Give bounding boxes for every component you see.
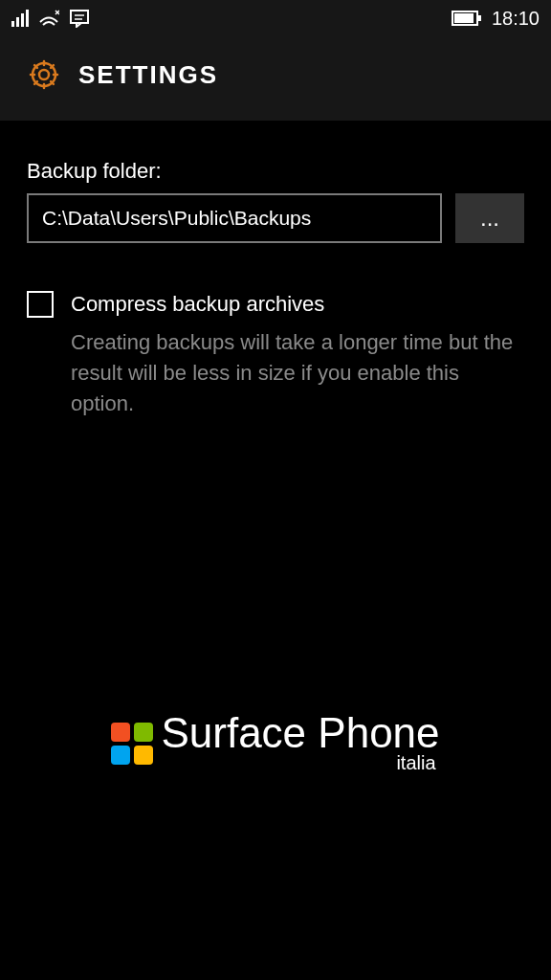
svg-point-9 [33, 63, 55, 86]
backup-folder-input[interactable] [27, 193, 442, 243]
compress-checkbox-row[interactable]: Compress backup archives [27, 291, 524, 318]
signal-icon [11, 10, 29, 27]
compress-checkbox[interactable] [27, 291, 54, 318]
status-right: 18:10 [452, 8, 540, 30]
watermark-main: Surface Phone [161, 712, 439, 754]
watermark-sub: italia [396, 752, 435, 774]
gear-icon [27, 57, 61, 92]
battery-icon [452, 10, 482, 27]
notification-icon [69, 9, 90, 28]
svg-point-8 [39, 70, 49, 79]
watermark: Surface Phone italia [0, 712, 551, 774]
svg-rect-6 [454, 13, 474, 23]
backup-folder-label: Backup folder: [27, 159, 524, 184]
compress-label: Compress backup archives [71, 292, 324, 317]
watermark-text: Surface Phone italia [161, 712, 439, 774]
status-left [11, 9, 90, 28]
content: Backup folder: ... Compress backup archi… [0, 121, 551, 419]
clock: 18:10 [492, 8, 540, 30]
backup-folder-row: ... [27, 193, 524, 243]
browse-button[interactable]: ... [455, 193, 524, 243]
compress-description: Creating backups will take a longer time… [71, 327, 524, 419]
watermark-logo-icon [111, 723, 153, 765]
status-bar: 18:10 [0, 0, 551, 36]
wifi-icon [38, 9, 59, 28]
page-title: SETTINGS [78, 60, 218, 90]
page-header: SETTINGS [0, 36, 551, 121]
compress-option: Compress backup archives Creating backup… [27, 291, 524, 419]
svg-rect-2 [71, 11, 88, 23]
svg-rect-7 [478, 15, 481, 21]
